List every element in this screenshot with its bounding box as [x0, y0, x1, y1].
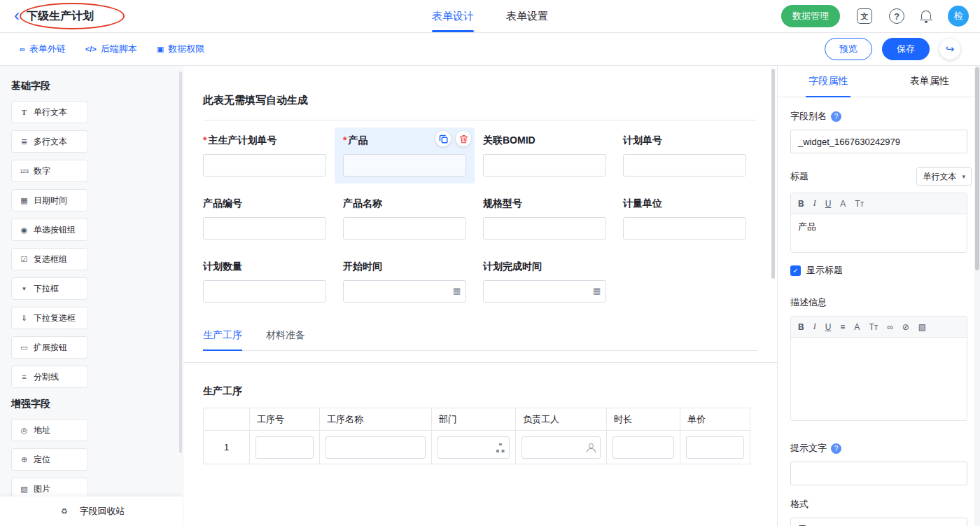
link-icon[interactable]: ∞: [887, 322, 893, 332]
field-recycle-bin[interactable]: ♻ 字段回收站: [0, 497, 183, 526]
field-input[interactable]: [203, 217, 326, 240]
title-editor-content[interactable]: 产品: [791, 214, 967, 252]
field-start-time[interactable]: 开始时间▦: [335, 254, 475, 310]
help-icon[interactable]: ?: [831, 443, 841, 454]
field-main-production-plan-no[interactable]: *主生产计划单号: [195, 127, 335, 184]
unlink-icon[interactable]: ⊘: [902, 322, 909, 332]
delete-icon[interactable]: [456, 131, 471, 146]
tab-form-properties[interactable]: 表单属性: [879, 66, 980, 97]
subform-input-unit-price[interactable]: [686, 436, 744, 459]
field-input[interactable]: [203, 280, 326, 303]
field-input[interactable]: [623, 217, 746, 240]
tab-field-properties[interactable]: 字段属性: [778, 66, 879, 97]
show-title-checkbox[interactable]: ✓: [790, 265, 801, 276]
help-icon[interactable]: ?: [831, 111, 841, 122]
field-input[interactable]: [483, 154, 606, 177]
subform-input-worker[interactable]: [522, 436, 601, 459]
data-permission[interactable]: ▣数据权限: [157, 43, 204, 55]
field-label: 计划数量: [203, 261, 326, 273]
subform-input-process-no[interactable]: [255, 436, 314, 459]
image-icon[interactable]: ▧: [918, 322, 926, 332]
field-plan-finish-time[interactable]: 计划完成时间▦: [475, 254, 615, 310]
font-size-icon[interactable]: Tᴛ: [855, 199, 864, 209]
form-external-link[interactable]: ∞表单外链: [20, 43, 66, 55]
font-color-icon[interactable]: A: [854, 322, 860, 332]
field-input[interactable]: [483, 280, 606, 303]
field-product[interactable]: *产品: [335, 127, 475, 184]
field-input[interactable]: [343, 280, 466, 303]
placeholder-input[interactable]: [790, 462, 967, 485]
sidebar-scrollbar[interactable]: [179, 71, 182, 453]
back-icon[interactable]: ‹: [14, 7, 20, 24]
alias-input[interactable]: _widget_1667630242979: [790, 130, 967, 153]
field-input[interactable]: [203, 154, 326, 177]
help-icon[interactable]: ?: [889, 8, 904, 24]
field-measure-unit[interactable]: 计量单位: [615, 191, 755, 247]
underline-icon[interactable]: U: [825, 322, 832, 332]
field-type-select[interactable]: 单行文本 ▾: [916, 167, 972, 186]
bold-icon[interactable]: B: [798, 199, 804, 209]
sidebar-item-extend-button[interactable]: ▭扩展按钮: [11, 336, 88, 359]
language-icon[interactable]: 文: [857, 8, 872, 24]
font-color-icon[interactable]: A: [840, 199, 846, 209]
sidebar-item-multi-line-text[interactable]: ≣多行文本: [11, 130, 88, 153]
tab-production-process[interactable]: 生产工序: [203, 329, 242, 350]
divider: [183, 362, 777, 363]
sidebar-item-location[interactable]: ⊕定位: [11, 448, 88, 471]
font-size-icon[interactable]: Tᴛ: [869, 322, 878, 332]
sidebar-item-multi-select[interactable]: ⇓下拉复选框: [11, 307, 88, 329]
field-input[interactable]: [343, 154, 466, 177]
share-button[interactable]: ↪: [939, 39, 960, 60]
data-manage-button[interactable]: 数据管理: [781, 5, 840, 27]
sidebar-item-label: 多行文本: [34, 136, 67, 148]
calendar-icon: ▦: [593, 286, 601, 295]
link-label: 后端脚本: [101, 43, 137, 55]
avatar[interactable]: 检: [948, 6, 969, 27]
field-input[interactable]: [623, 154, 746, 177]
italic-icon[interactable]: I: [813, 321, 816, 332]
underline-icon[interactable]: U: [825, 199, 832, 209]
window-scrollbar[interactable]: [974, 66, 980, 526]
field-input-wrap: [343, 217, 466, 240]
panel-tabs: 字段属性表单属性: [778, 66, 980, 97]
sidebar-item-label: 日期时间: [34, 195, 67, 207]
field-product-name[interactable]: 产品名称: [335, 191, 475, 247]
copy-icon[interactable]: [435, 131, 451, 146]
align-icon[interactable]: ≡: [840, 322, 845, 332]
sidebar-item-select[interactable]: ▼下拉框: [11, 277, 88, 300]
column-header-process-name: 工序名称: [320, 408, 432, 431]
field-input[interactable]: [483, 217, 606, 240]
tab-form-settings[interactable]: 表单设置: [506, 0, 548, 32]
sidebar-item-date-time[interactable]: ▦日期时间: [11, 189, 88, 212]
preview-button[interactable]: 预览: [825, 38, 872, 60]
sidebar-item-single-line-text[interactable]: T单行文本: [11, 101, 88, 123]
sidebar-item-address[interactable]: ◎地址: [11, 419, 88, 441]
subform-input-department[interactable]: [438, 436, 510, 459]
sidebar-item-divider[interactable]: ≡分割线: [11, 366, 88, 388]
description-editor-content[interactable]: [791, 338, 967, 420]
backend-script[interactable]: </>后端脚本: [85, 43, 137, 55]
field-plan-quantity[interactable]: 计划数量: [195, 254, 335, 310]
notification-bell-icon[interactable]: [921, 13, 931, 19]
field-spec-model[interactable]: 规格型号: [475, 191, 615, 247]
textarea-icon: ≣: [18, 137, 30, 146]
subform-input-process-name[interactable]: [326, 436, 426, 459]
field-input[interactable]: [343, 217, 466, 240]
sidebar-item-radio-group[interactable]: ◉单选按钮组: [11, 219, 88, 241]
tab-material-preparation[interactable]: 材料准备: [266, 329, 305, 350]
field-product-code[interactable]: 产品编号: [195, 191, 335, 247]
field-plan-no[interactable]: 计划单号: [615, 127, 755, 184]
title-editor: BIUATᴛ 产品: [790, 193, 967, 253]
bold-icon[interactable]: B: [798, 322, 804, 332]
sidebar-item-checkbox-group[interactable]: ☑复选框组: [11, 248, 88, 270]
field-label: 计划完成时间: [483, 261, 606, 273]
format-select[interactable]: 无 ▾: [790, 518, 967, 526]
sidebar-item-number[interactable]: 123数字: [11, 160, 88, 182]
save-button[interactable]: 保存: [882, 38, 930, 60]
scrollbar-thumb[interactable]: [975, 67, 979, 270]
field-related-bom-id[interactable]: 关联BOMID: [475, 127, 615, 184]
subform-input-duration[interactable]: [612, 436, 674, 459]
canvas-scrollbar[interactable]: [771, 69, 775, 279]
tab-form-design[interactable]: 表单设计: [432, 0, 474, 32]
italic-icon[interactable]: I: [813, 198, 816, 209]
